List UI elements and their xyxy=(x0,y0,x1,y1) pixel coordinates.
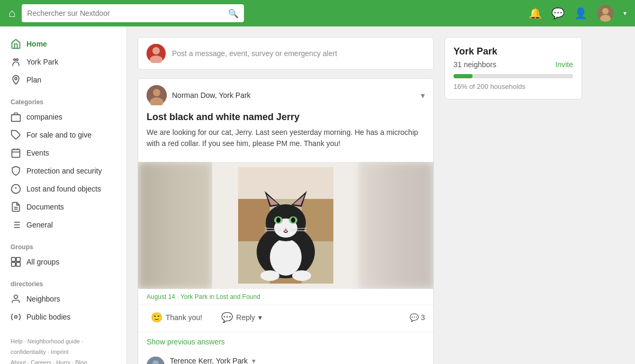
footer-blog[interactable]: Blog xyxy=(75,359,87,364)
search-icon: 🔍 xyxy=(228,8,239,19)
sidebar-item-plan[interactable]: Plan xyxy=(0,71,126,89)
sidebar-categories-section: Categories companies For sale and to giv… xyxy=(0,93,126,234)
svg-point-44 xyxy=(270,239,302,276)
svg-rect-26 xyxy=(16,262,21,267)
comment-count: 💬 3 xyxy=(410,313,425,322)
svg-point-55 xyxy=(276,217,280,223)
sidebar-item-public-bodies[interactable]: Public bodies xyxy=(0,308,126,326)
post-location: York Park in Lost and Found xyxy=(180,293,260,301)
progress-bar-bg xyxy=(453,74,573,78)
groups-title: Groups xyxy=(0,238,126,253)
neighbors-count: 31 neighbors xyxy=(453,60,496,69)
main-content: Post a message, event, survey or emergen… xyxy=(127,26,635,364)
layout: Home York Park Plan Categories xyxy=(0,26,635,364)
documents-icon xyxy=(11,202,21,212)
footer-confidentiality[interactable]: confidentiality xyxy=(11,349,46,355)
sidebar-directories-section: directories Neighbors Public bodies xyxy=(0,275,126,326)
composer-avatar xyxy=(147,44,166,63)
all-groups-icon xyxy=(11,257,21,267)
invite-button[interactable]: Invite xyxy=(556,60,573,69)
sidebar-item-home[interactable]: Home xyxy=(0,35,126,53)
sidebar-item-events[interactable]: Events xyxy=(0,144,126,162)
lost-found-icon xyxy=(11,184,21,194)
post-author-avatar xyxy=(147,85,167,105)
neighborhood-pct: 16% of 200 households xyxy=(453,83,573,90)
composer-placeholder: Post a message, event, survey or emergen… xyxy=(172,49,337,58)
post-composer[interactable]: Post a message, event, survey or emergen… xyxy=(138,37,434,70)
neighborhood-card: York Park 31 neighbors Invite 16% of 200… xyxy=(444,37,582,99)
post-actions: 🙂 Thank you! 💬 Reply ▾ 💬 3 xyxy=(138,305,433,332)
york-park-icon xyxy=(11,57,21,67)
image-blur-left xyxy=(138,162,212,289)
right-panel: York Park 31 neighbors Invite 16% of 200… xyxy=(444,37,582,99)
messages-icon[interactable]: 💬 xyxy=(551,7,565,20)
svg-rect-6 xyxy=(12,115,21,122)
companies-icon xyxy=(11,112,21,122)
footer-about[interactable]: About xyxy=(11,359,26,364)
categories-title: Categories xyxy=(0,93,126,108)
progress-bar-fill xyxy=(453,74,473,78)
sidebar-item-documents[interactable]: Documents xyxy=(0,198,126,216)
home-nav-icon xyxy=(11,39,21,49)
svg-rect-25 xyxy=(12,262,16,267)
home-icon[interactable]: ⌂ xyxy=(8,6,15,20)
plan-icon xyxy=(11,75,21,85)
svg-rect-24 xyxy=(16,258,21,262)
neighborhood-stats: 31 neighbors Invite xyxy=(453,60,573,69)
sidebar-item-for-sale[interactable]: For sale and to give xyxy=(0,126,126,144)
sidebar-item-protection[interactable]: Protection and security xyxy=(0,162,126,180)
sidebar-item-lost-found[interactable]: Lost and found objects xyxy=(0,180,126,198)
footer-imprint[interactable]: Imprint xyxy=(51,349,69,355)
svg-point-4 xyxy=(16,59,18,60)
post-header: Norman Dow, York Park ▾ xyxy=(138,79,433,112)
footer-careers[interactable]: Careers xyxy=(31,359,51,364)
events-icon xyxy=(11,148,21,158)
footer-hurry[interactable]: Hurry xyxy=(56,359,70,364)
svg-point-46 xyxy=(292,270,311,281)
sidebar-nav-section: Home York Park Plan xyxy=(0,35,126,89)
search-bar[interactable]: 🔍 xyxy=(22,4,244,22)
svg-point-3 xyxy=(14,59,15,60)
avatar-caret-icon[interactable]: ▾ xyxy=(623,10,627,17)
post-text: We are looking for our cat, Jerry. Last … xyxy=(147,127,425,149)
sidebar-item-general[interactable]: General xyxy=(0,216,126,234)
svg-rect-23 xyxy=(12,258,16,262)
post-card: Norman Dow, York Park ▾ Lost black and w… xyxy=(138,78,434,364)
general-icon xyxy=(11,220,21,230)
public-bodies-icon xyxy=(11,312,21,322)
show-previous-button[interactable]: Show previous answers xyxy=(147,332,225,351)
sidebar-groups-section: Groups All groups xyxy=(0,238,126,271)
thank-you-button[interactable]: 🙂 Thank you! xyxy=(147,310,206,325)
cat-svg xyxy=(238,167,333,284)
avatar[interactable] xyxy=(597,5,614,22)
sidebar-item-all-groups[interactable]: All groups xyxy=(0,253,126,271)
feed: Post a message, event, survey or emergen… xyxy=(138,37,434,364)
svg-point-27 xyxy=(14,295,18,299)
search-input[interactable] xyxy=(27,9,228,17)
sidebar-footer: Help · Neighborhood guide · confidential… xyxy=(0,330,126,364)
footer-help[interactable]: Help xyxy=(11,338,23,344)
comment-header: Terence Kerr, York Park ▾ xyxy=(170,357,425,364)
sidebar-item-york-park[interactable]: York Park xyxy=(0,53,126,71)
comments-section: Show previous answers Terence Kerr, Y xyxy=(138,332,433,364)
for-sale-icon xyxy=(11,130,21,140)
reply-chevron-icon: ▾ xyxy=(258,313,262,322)
svg-point-1 xyxy=(602,8,609,14)
post-options-chevron[interactable]: ▾ xyxy=(421,90,425,101)
sidebar-item-companies[interactable]: companies xyxy=(0,108,126,126)
svg-point-28 xyxy=(15,316,17,319)
post-date: August 14 xyxy=(147,293,175,301)
comment-author: Terence Kerr, York Park xyxy=(170,357,248,364)
image-blur-right xyxy=(359,162,433,289)
directories-title: directories xyxy=(0,275,126,290)
add-neighbor-icon[interactable]: 👤 xyxy=(574,7,587,20)
svg-point-5 xyxy=(15,77,17,79)
sidebar: Home York Park Plan Categories xyxy=(0,26,127,364)
sidebar-item-neighbors[interactable]: Neighbors xyxy=(0,290,126,308)
footer-neighborhood-guide[interactable]: Neighborhood guide xyxy=(28,338,80,344)
post-author-name: Norman Dow, York Park xyxy=(172,91,251,99)
reply-button[interactable]: 💬 Reply ▾ xyxy=(217,310,266,325)
protection-icon xyxy=(11,166,21,176)
notifications-icon[interactable]: 🔔 xyxy=(529,7,542,20)
comment-options-icon[interactable]: ▾ xyxy=(252,357,256,364)
